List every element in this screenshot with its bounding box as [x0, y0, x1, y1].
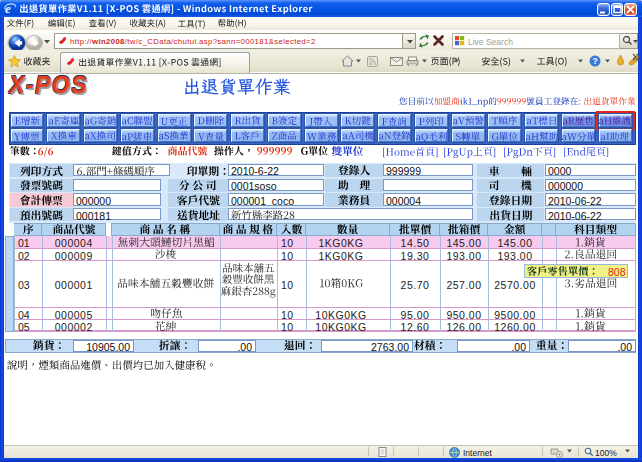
svg-text:?: ?	[592, 56, 597, 66]
